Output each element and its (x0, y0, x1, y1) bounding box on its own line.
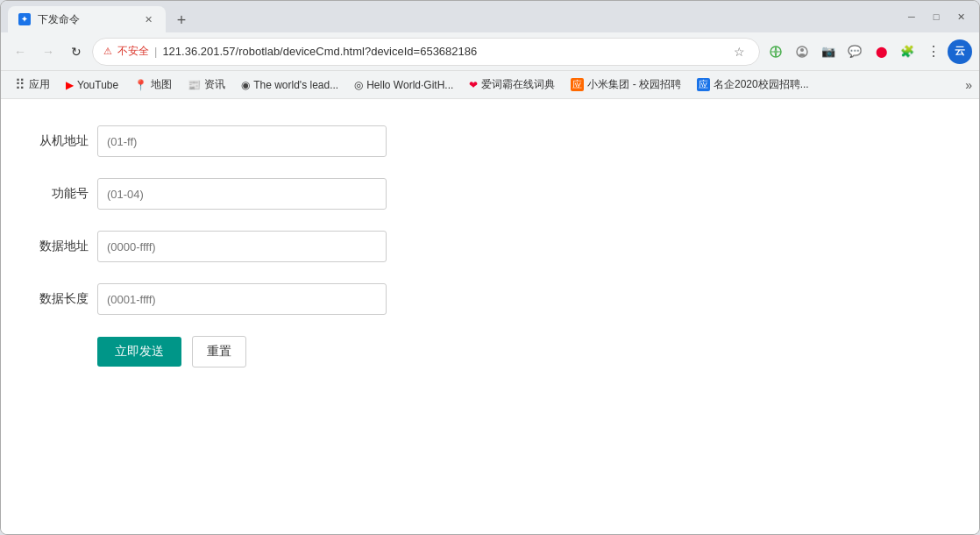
back-button[interactable]: ← (8, 39, 32, 64)
url-text[interactable]: 121.36.201.57/robotlab/deviceCmd.html?de… (162, 45, 724, 58)
bookmark-jobs[interactable]: 应 名企2020校园招聘... (690, 75, 816, 95)
apps-label: 应用 (29, 77, 50, 92)
submit-button[interactable]: 立即发送 (97, 337, 181, 367)
forward-button[interactable]: → (36, 39, 60, 64)
bookmark-apps[interactable]: ⠿ 应用 (8, 74, 57, 96)
active-tab[interactable]: ✦ 下发命令 ✕ (8, 6, 166, 32)
bookmarks-more-button[interactable]: » (965, 78, 972, 92)
bookmark-github[interactable]: ◎ Hello World·GitH... (347, 76, 460, 94)
bookmark-youtube[interactable]: ▶ YouTube (59, 76, 125, 94)
xiaomi-icon: 应 (571, 78, 584, 91)
tab-title: 下发命令 (38, 12, 134, 27)
youtube-icon: ▶ (66, 79, 74, 91)
browser-toolbar: ← → ↻ ⚠ 不安全 | 121.36.201.57/robotlab/dev… (1, 32, 979, 71)
reset-button[interactable]: 重置 (192, 336, 246, 367)
data-length-label: 数据长度 (36, 291, 97, 307)
bookmark-xiaomi-label: 小米集团 - 校园招聘 (587, 77, 681, 92)
bookmark-news-label: 资讯 (204, 77, 225, 92)
bookmark-star-icon[interactable]: ☆ (729, 42, 749, 61)
button-row: 立即发送 重置 (97, 336, 387, 367)
toolbar-right: 📷 💬 ⬤ 🧩 ⋮ 云 (763, 39, 972, 64)
svg-point-3 (800, 48, 804, 52)
function-code-input[interactable] (97, 178, 387, 210)
menu-icon[interactable]: ⋮ (921, 39, 946, 64)
window-controls: ─ □ ✕ (900, 5, 972, 28)
data-length-input[interactable] (97, 283, 387, 315)
account-icon[interactable] (790, 39, 814, 64)
bookmark-news[interactable]: 📰 资讯 (181, 75, 232, 95)
tab-area: ✦ 下发命令 ✕ + (8, 1, 900, 32)
refresh-button[interactable]: ↻ (64, 39, 89, 64)
address-separator: | (154, 45, 157, 58)
security-label: 不安全 (117, 44, 149, 59)
maps-icon: 📍 (134, 79, 147, 91)
slave-address-label: 从机地址 (36, 133, 97, 149)
apps-grid-icon: ⠿ (15, 76, 25, 93)
slave-address-input[interactable] (97, 125, 387, 157)
theworld-icon: ◉ (241, 79, 250, 91)
data-address-input[interactable] (97, 231, 387, 262)
bookmark-jobs-label: 名企2020校园招聘... (714, 77, 809, 92)
close-button[interactable]: ✕ (949, 5, 972, 28)
news-icon: 📰 (188, 79, 201, 91)
data-address-label: 数据地址 (36, 239, 97, 254)
discord-icon[interactable]: 💬 (842, 39, 867, 64)
bookmark-theworld[interactable]: ◉ The world's lead... (234, 76, 345, 94)
title-bar: ✦ 下发命令 ✕ + ─ □ ✕ (1, 1, 979, 32)
github-icon: ◎ (354, 79, 363, 91)
bookmark-youtube-label: YouTube (77, 79, 118, 91)
address-bar[interactable]: ⚠ 不安全 | 121.36.201.57/robotlab/deviceCmd… (92, 38, 760, 66)
maximize-button[interactable]: □ (925, 5, 948, 28)
camera-icon[interactable]: 📷 (816, 39, 841, 64)
bookmark-xiaomi[interactable]: 应 小米集团 - 校园招聘 (564, 75, 688, 95)
tab-close-button[interactable]: ✕ (141, 12, 155, 26)
bookmarks-bar: ⠿ 应用 ▶ YouTube 📍 地图 📰 资讯 ◉ The world's l… (1, 71, 979, 99)
tab-favicon: ✦ (18, 13, 31, 25)
security-warning-icon: ⚠ (103, 46, 112, 57)
data-address-row: 数据地址 (36, 231, 387, 262)
data-length-row: 数据长度 (36, 283, 387, 315)
address-actions: ☆ (729, 42, 749, 61)
bookmark-maps-label: 地图 (151, 77, 172, 92)
page-content: 从机地址 功能号 数据地址 数据长度 立即发送 重置 (1, 99, 979, 534)
new-tab-button[interactable]: + (169, 8, 194, 32)
bookmark-dict[interactable]: ❤ 爱词霸在线词典 (462, 75, 562, 95)
slave-address-row: 从机地址 (36, 125, 387, 157)
jobs-icon: 应 (697, 78, 710, 91)
extensions-puzzle-icon[interactable]: 🧩 (895, 39, 920, 64)
form-container: 从机地址 功能号 数据地址 数据长度 立即发送 重置 (36, 125, 387, 367)
function-code-row: 功能号 (36, 178, 387, 210)
minimize-button[interactable]: ─ (900, 5, 923, 28)
function-code-label: 功能号 (36, 186, 97, 202)
profile-button[interactable]: 云 (948, 39, 972, 64)
bookmark-theworld-label: The world's lead... (253, 79, 338, 91)
dict-icon: ❤ (469, 79, 478, 91)
bookmark-github-label: Hello World·GitH... (366, 79, 453, 91)
bookmark-dict-label: 爱词霸在线词典 (481, 77, 555, 92)
extensions-icon[interactable] (763, 39, 788, 64)
browser-window: ✦ 下发命令 ✕ + ─ □ ✕ ← → ↻ ⚠ 不安全 | 121.36.20… (0, 0, 980, 535)
lastpass-icon[interactable]: ⬤ (869, 39, 893, 64)
bookmark-maps[interactable]: 📍 地图 (127, 75, 179, 95)
